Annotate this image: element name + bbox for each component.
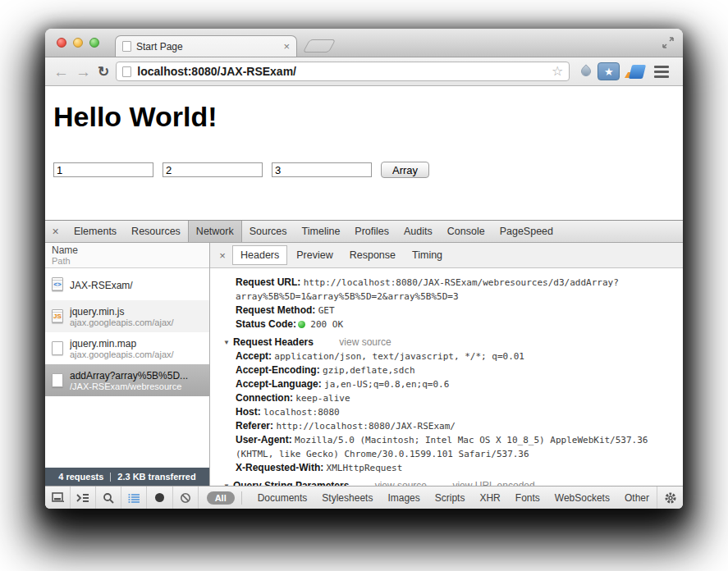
forward-button[interactable]: → <box>76 64 91 80</box>
browser-toolbar: ← → ↻ localhost:8080/JAX-RSExam/ ☆ ★ <box>45 57 683 86</box>
request-path: /JAX-RSExam/webresource <box>70 381 188 391</box>
extension-body-shape <box>629 65 646 79</box>
request-method-value: GET <box>318 305 335 316</box>
view-source-link[interactable]: view source <box>339 336 391 348</box>
details-close-icon[interactable]: × <box>213 249 231 262</box>
tab-response[interactable]: Response <box>342 246 403 264</box>
tab-timing[interactable]: Timing <box>405 246 450 264</box>
header-accept-encoding: Accept-Encoding: gzip,deflate,sdch <box>210 363 676 377</box>
plain-document-icon <box>52 373 63 387</box>
reload-button[interactable]: ↻ <box>98 65 109 79</box>
tab-timeline[interactable]: Timeline <box>295 221 348 242</box>
status-ok-dot-icon <box>298 321 305 328</box>
bookmark-star-icon[interactable]: ☆ <box>552 65 563 78</box>
console-drawer-button[interactable] <box>71 486 96 509</box>
request-path: ajax.googleapis.com/ajax/ <box>70 317 174 327</box>
tab-audits[interactable]: Audits <box>396 221 440 242</box>
filter-websockets[interactable]: WebSockets <box>547 492 617 504</box>
array-button[interactable]: Array <box>381 162 429 178</box>
tab-pagespeed[interactable]: PageSpeed <box>492 221 561 242</box>
pocket-extension-icon[interactable] <box>626 65 644 79</box>
tab-close-icon[interactable]: × <box>283 41 290 52</box>
screenshot-stage: Start Page × ← → ↻ localhost:8080/JAX-RS… <box>0 0 728 571</box>
window-titlebar: Start Page × <box>45 29 683 57</box>
network-summary-bar: 4 requests 2.3 KB transferred <box>45 468 209 486</box>
network-columns-header[interactable]: Name Path <box>45 243 209 268</box>
browser-window: Start Page × ← → ↻ localhost:8080/JAX-RS… <box>45 29 683 509</box>
array-input-3[interactable] <box>272 162 372 177</box>
tab-sources[interactable]: Sources <box>242 221 295 242</box>
array-input-2[interactable] <box>163 162 263 177</box>
tab-preview[interactable]: Preview <box>289 246 340 264</box>
filter-fonts[interactable]: Fonts <box>508 492 547 504</box>
request-headers-section-title[interactable]: ▼Request Headers view source <box>210 336 676 349</box>
filter-divider <box>241 491 242 505</box>
tab-console[interactable]: Console <box>440 221 492 242</box>
tab-network[interactable]: Network <box>188 221 242 242</box>
transferred-size: 2.3 KB transferred <box>117 472 195 482</box>
minimize-window-button[interactable] <box>73 38 83 48</box>
record-network-log-button[interactable] <box>147 486 172 509</box>
array-input-1[interactable] <box>53 162 153 177</box>
filter-xhr[interactable]: XHR <box>472 492 507 504</box>
request-row-jaxrsexam[interactable]: <> JAX-RSExam/ <box>45 268 209 300</box>
filter-all-active[interactable]: All <box>207 491 235 505</box>
collapse-triangle-icon[interactable]: ▼ <box>223 336 230 349</box>
request-url-label: Request URL: <box>236 276 300 288</box>
network-request-list: Name Path <> JAX-RSExam/ JS jquery.min.j… <box>45 243 210 486</box>
tab-headers[interactable]: Headers <box>232 245 287 265</box>
collapse-triangle-icon[interactable]: ▼ <box>223 480 230 486</box>
fullscreen-arrows-icon[interactable] <box>662 36 675 49</box>
url-text[interactable]: localhost:8080/JAX-RSExam/ <box>137 65 546 78</box>
header-accept-language: Accept-Language: ja,en-US;q=0.8,en;q=0.6 <box>210 377 676 391</box>
filter-scripts[interactable]: Scripts <box>428 492 473 504</box>
chrome-menu-icon[interactable] <box>654 66 669 78</box>
header-user-agent: User-Agent: Mozilla/5.0 (Macintosh; Inte… <box>210 433 676 461</box>
page-heading: Hello World! <box>53 101 683 133</box>
zoom-window-button[interactable] <box>89 38 99 48</box>
search-button[interactable] <box>96 486 121 509</box>
column-name-label: Name <box>52 244 209 256</box>
column-path-label: Path <box>52 256 209 266</box>
request-method-label: Request Method: <box>236 304 315 316</box>
request-row-addarray-selected[interactable]: addArray?array%5B%5D... /JAX-RSExam/webr… <box>45 364 209 396</box>
address-bar[interactable]: localhost:8080/JAX-RSExam/ ☆ <box>116 62 570 81</box>
html-document-icon: <> <box>52 277 63 291</box>
large-rows-toggle-button[interactable] <box>121 486 147 509</box>
back-button[interactable]: ← <box>53 64 69 80</box>
devtools-close-icon[interactable]: × <box>45 221 66 242</box>
view-url-encoded-link[interactable]: view URL encoded <box>452 480 534 486</box>
clear-network-log-button[interactable] <box>173 486 199 509</box>
filter-stylesheets[interactable]: Stylesheets <box>314 492 380 504</box>
plain-document-icon <box>52 341 63 355</box>
settings-gear-icon[interactable] <box>657 486 683 509</box>
status-code-label: Status Code: <box>236 318 296 330</box>
status-code-value: 200 OK <box>310 319 343 330</box>
header-host: Host: localhost:8080 <box>210 405 676 419</box>
tab-elements[interactable]: Elements <box>66 221 124 242</box>
star-extension-button[interactable]: ★ <box>598 62 620 80</box>
request-row-jquery-map[interactable]: jquery.min.map ajax.googleapis.com/ajax/ <box>45 332 209 364</box>
new-tab-button[interactable] <box>303 39 337 53</box>
tab-resources[interactable]: Resources <box>124 221 188 242</box>
dock-side-button[interactable] <box>45 486 71 509</box>
request-row-jquery-js[interactable]: JS jquery.min.js ajax.googleapis.com/aja… <box>45 300 209 332</box>
request-method-line: Request Method: GET <box>210 304 676 317</box>
request-path: ajax.googleapis.com/ajax/ <box>70 349 174 359</box>
query-params-section-title[interactable]: ▼Query String Parameters view source vie… <box>210 479 676 486</box>
tab-title: Start Page <box>136 41 278 53</box>
request-name: JAX-RSExam/ <box>70 280 133 291</box>
browser-tab[interactable]: Start Page × <box>115 35 297 57</box>
filter-other[interactable]: Other <box>617 492 657 504</box>
js-document-icon: JS <box>52 309 63 323</box>
request-name: jquery.min.map <box>70 338 174 349</box>
header-connection: Connection: keep-alive <box>210 391 676 405</box>
devtools-statusbar: All Documents Stylesheets Images Scripts… <box>45 486 683 509</box>
close-window-button[interactable] <box>57 38 66 48</box>
view-source-link[interactable]: view source <box>375 480 427 486</box>
filter-documents[interactable]: Documents <box>250 492 315 504</box>
water-drop-extension-icon[interactable] <box>579 65 593 79</box>
tab-profiles[interactable]: Profiles <box>347 221 396 242</box>
filter-images[interactable]: Images <box>380 492 427 504</box>
request-url-line: Request URL: http://localhost:8080/JAX-R… <box>210 276 676 304</box>
